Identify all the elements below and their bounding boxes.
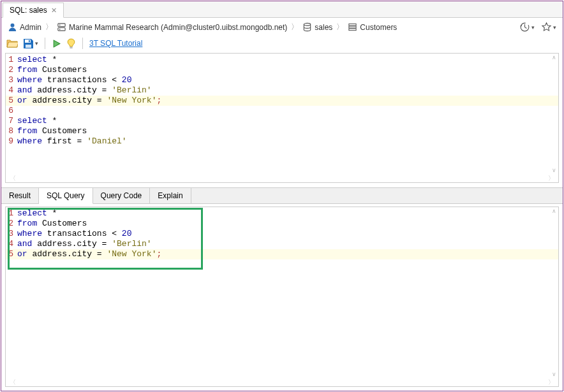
code-content: where transactions < 20 — [16, 75, 131, 85]
line-number: 5 — [6, 249, 16, 259]
save-icon[interactable]: ▾ — [23, 38, 38, 49]
code-content: from Customers — [16, 219, 87, 229]
code-content: and address.city = 'Berlin' — [16, 239, 152, 249]
svg-rect-11 — [26, 45, 31, 48]
chevron-down-icon: ▾ — [553, 24, 556, 31]
chevron-down-icon: ▾ — [35, 40, 38, 47]
line-number: 7 — [6, 116, 16, 126]
tab-sql-sales[interactable]: SQL: sales ✕ — [3, 3, 64, 18]
collection-icon — [348, 22, 357, 32]
code-line[interactable]: 2from Customers — [6, 65, 558, 75]
breadcrumb-database-label: sales — [315, 23, 332, 32]
svg-rect-1 — [58, 24, 65, 27]
svg-point-0 — [11, 24, 15, 27]
line-number: 1 — [6, 208, 16, 219]
code-line[interactable]: 9where first = 'Daniel' — [6, 136, 558, 147]
history-icon[interactable]: ▾ — [519, 22, 535, 33]
code-line[interactable]: 1select * — [6, 208, 558, 219]
result-pane: 1select *2from Customers3where transacti… — [5, 207, 559, 387]
chevron-right-icon: 〉 — [335, 22, 345, 33]
vertical-scrollbar[interactable]: ∧∨ — [550, 208, 558, 377]
code-content: select * — [16, 116, 57, 126]
result-tab-explain[interactable]: Explain — [150, 188, 191, 203]
result-tabs: ResultSQL QueryQuery CodeExplain — [1, 187, 563, 204]
horizontal-scrollbar[interactable]: 〈〉 — [6, 175, 558, 182]
breadcrumb: Admin 〉 Marine Mammal Research (Admin@cl… — [1, 18, 563, 36]
code-content: from Customers — [16, 126, 87, 136]
svg-rect-6 — [349, 24, 356, 25]
close-icon[interactable]: ✕ — [51, 6, 57, 15]
chevron-down-icon: ▾ — [531, 24, 535, 31]
line-number: 3 — [6, 229, 16, 239]
result-tab-query-code[interactable]: Query Code — [93, 188, 151, 203]
hint-icon[interactable] — [66, 38, 76, 49]
code-content — [16, 106, 17, 116]
line-number: 4 — [6, 85, 16, 96]
code-line[interactable]: 2from Customers — [6, 219, 558, 229]
line-number: 1 — [6, 55, 16, 65]
line-number: 2 — [6, 219, 16, 229]
line-number: 5 — [6, 96, 16, 106]
svg-rect-7 — [349, 26, 356, 28]
line-number: 3 — [6, 75, 16, 85]
line-number: 4 — [6, 239, 16, 249]
code-line[interactable]: 5or address.city = 'New York'; — [6, 249, 558, 259]
vertical-scrollbar[interactable]: ∧∨ — [550, 54, 558, 173]
breadcrumb-connection-label: Marine Mammal Research (Admin@cluster0.u… — [69, 23, 287, 32]
star-icon[interactable]: ▾ — [541, 22, 556, 33]
horizontal-scrollbar[interactable]: 〈〉 — [6, 379, 558, 386]
code-line[interactable]: 8from Customers — [6, 126, 558, 136]
app-window: SQL: sales ✕ Admin 〉 Marine Mammal Resea… — [1, 1, 563, 391]
svg-rect-13 — [70, 47, 72, 48]
tab-label: SQL: sales — [10, 6, 47, 15]
breadcrumb-connection[interactable]: Marine Mammal Research (Admin@cluster0.u… — [57, 22, 287, 32]
breadcrumb-database[interactable]: sales — [302, 22, 332, 32]
code-content: where transactions < 20 — [16, 229, 131, 239]
line-number: 6 — [6, 106, 16, 116]
server-icon — [57, 22, 66, 32]
result-tab-result[interactable]: Result — [1, 188, 39, 203]
user-icon — [8, 22, 17, 32]
toolbar-separator — [45, 38, 45, 49]
editor-pane: 1select *2from Customers3where transacti… — [5, 53, 559, 183]
code-line[interactable]: 7select * — [6, 116, 558, 126]
right-actions: ▾ ▾ — [519, 22, 556, 33]
svg-point-3 — [59, 24, 61, 25]
sql-editor[interactable]: 1select *2from Customers3where transacti… — [6, 54, 558, 175]
code-content: and address.city = 'Berlin' — [16, 85, 152, 96]
svg-point-4 — [59, 29, 61, 30]
line-number: 9 — [6, 136, 16, 147]
code-content: or address.city = 'New York'; — [16, 96, 161, 106]
code-line[interactable]: 1select * — [6, 55, 558, 65]
code-line[interactable]: 3where transactions < 20 — [6, 229, 558, 239]
tab-bar: SQL: sales ✕ — [1, 1, 563, 18]
breadcrumb-user[interactable]: Admin — [8, 22, 41, 32]
svg-rect-12 — [29, 40, 30, 41]
line-number: 8 — [6, 126, 16, 136]
code-line[interactable]: 4and address.city = 'Berlin' — [6, 239, 558, 249]
result-sql-view[interactable]: 1select *2from Customers3where transacti… — [6, 207, 558, 379]
chevron-right-icon: 〉 — [44, 22, 54, 33]
toolbar-separator — [82, 38, 83, 49]
chevron-right-icon: 〉 — [290, 22, 300, 33]
svg-rect-2 — [58, 27, 65, 31]
tutorial-link[interactable]: 3T SQL Tutorial — [89, 39, 142, 48]
result-tab-sql-query[interactable]: SQL Query — [39, 188, 93, 204]
code-line[interactable]: 5or address.city = 'New York'; — [6, 96, 558, 106]
breadcrumb-collection[interactable]: Customers — [348, 22, 397, 32]
code-line[interactable]: 4and address.city = 'Berlin' — [6, 85, 558, 96]
database-icon — [302, 22, 312, 32]
code-line[interactable]: 3where transactions < 20 — [6, 75, 558, 85]
code-content: select * — [16, 55, 57, 65]
run-icon[interactable] — [52, 39, 61, 48]
code-content: select * — [16, 208, 57, 219]
code-content: from Customers — [16, 65, 87, 75]
code-line[interactable]: 6 — [6, 106, 558, 116]
line-number: 2 — [6, 65, 16, 75]
toolbar: ▾ 3T SQL Tutorial — [1, 36, 563, 53]
svg-rect-8 — [349, 29, 356, 31]
open-icon[interactable] — [6, 38, 18, 48]
breadcrumb-user-label: Admin — [20, 23, 41, 32]
code-content: where first = 'Daniel' — [16, 136, 127, 147]
svg-point-5 — [304, 23, 311, 25]
